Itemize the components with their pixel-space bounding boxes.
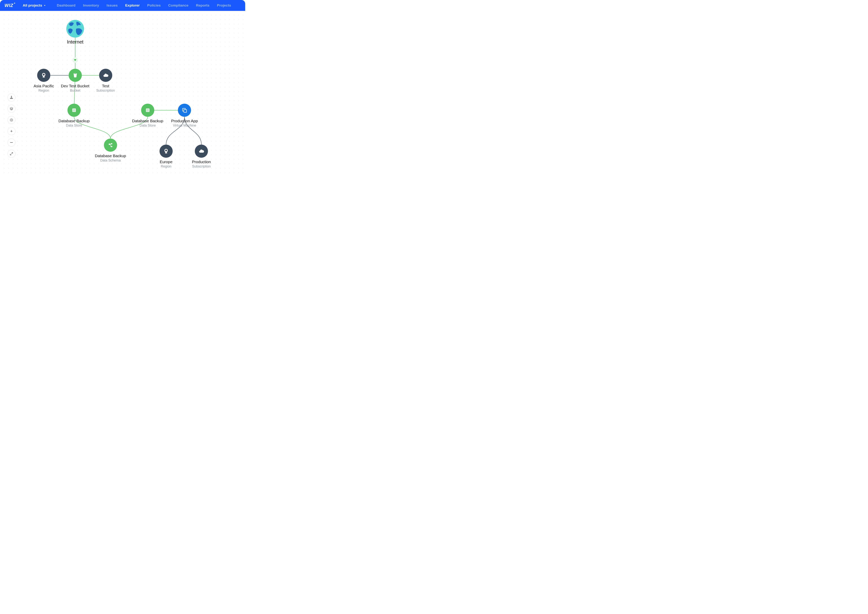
svg-rect-30 <box>75 111 75 112</box>
nav-explorer[interactable]: Explorer <box>125 3 140 8</box>
node-db-backup-1[interactable]: Database Backup Data Store <box>58 104 90 127</box>
target-icon <box>9 118 13 122</box>
svg-rect-28 <box>73 111 73 112</box>
svg-point-20 <box>74 73 76 74</box>
node-title: Asia Pacific <box>34 84 54 88</box>
node-subtitle: Subscription <box>192 164 211 168</box>
canvas-toolbar: + <box>8 93 16 158</box>
nav-projects[interactable]: Projects <box>217 3 231 8</box>
diamond-icon <box>74 59 77 62</box>
svg-rect-35 <box>146 110 147 111</box>
svg-rect-29 <box>74 111 75 112</box>
top-nav: WIZ All projects Dashboard Inventory Iss… <box>0 0 245 11</box>
nav-inventory[interactable]: Inventory <box>83 3 99 8</box>
node-title: Database Backup <box>132 119 163 123</box>
svg-rect-34 <box>148 109 149 110</box>
node-subtitle: Data Store <box>140 124 156 127</box>
node-subtitle: Subscription <box>96 88 115 93</box>
svg-rect-18 <box>43 77 45 78</box>
project-selector[interactable]: All projects <box>23 3 45 8</box>
svg-rect-38 <box>146 111 147 112</box>
node-subtitle: Data Store <box>66 124 82 127</box>
fullscreen-btn[interactable] <box>8 150 16 158</box>
brand-logo: WIZ <box>5 3 15 8</box>
layers-icon <box>9 107 13 111</box>
node-db-schema[interactable]: Database Backup Data Schema <box>95 139 126 163</box>
svg-rect-43 <box>109 144 110 145</box>
vm-icon <box>178 104 191 117</box>
node-title: Dev Test Bucket <box>61 84 89 88</box>
node-internet[interactable]: Internet <box>66 20 84 45</box>
graph-mode-btn[interactable] <box>8 93 16 101</box>
node-production-subscription[interactable]: Production Subscription <box>192 144 211 168</box>
node-asia-pacific[interactable]: Asia Pacific Region <box>34 69 54 93</box>
svg-rect-27 <box>75 110 75 111</box>
nav-compliance[interactable]: Compliance <box>168 3 188 8</box>
project-selector-label: All projects <box>23 3 42 8</box>
datastore-icon <box>141 104 154 117</box>
node-dev-test-bucket[interactable]: Dev Test Bucket Bucket <box>61 69 89 93</box>
nav-reports[interactable]: Reports <box>196 3 210 8</box>
svg-marker-8 <box>10 107 13 109</box>
nav-policies[interactable]: Policies <box>147 3 161 8</box>
svg-point-46 <box>166 150 167 151</box>
svg-rect-37 <box>148 110 149 111</box>
datastore-icon <box>67 104 81 117</box>
graph: Internet Asia Pacific Region <box>0 11 245 174</box>
node-title: Test <box>102 84 109 88</box>
svg-point-5 <box>10 98 11 99</box>
graph-canvas[interactable]: + In <box>0 11 245 174</box>
node-title: Production App <box>171 119 198 123</box>
svg-rect-22 <box>73 109 73 110</box>
globe-icon <box>66 20 84 37</box>
svg-rect-42 <box>184 110 186 112</box>
svg-rect-24 <box>75 109 75 110</box>
bucket-icon <box>68 69 82 82</box>
node-subtitle: Data Schema <box>100 158 121 163</box>
svg-rect-45 <box>111 146 112 147</box>
node-title: Database Backup <box>95 154 126 158</box>
svg-point-0 <box>11 96 12 97</box>
svg-rect-36 <box>148 110 148 111</box>
node-test-subscription[interactable]: Test Subscription <box>96 69 115 93</box>
schema-icon <box>104 139 117 152</box>
node-title: Internet <box>67 39 84 45</box>
cloud-icon <box>99 69 112 82</box>
svg-point-6 <box>11 98 12 99</box>
region-icon <box>160 144 173 158</box>
nav-dashboard[interactable]: Dashboard <box>57 3 75 8</box>
svg-rect-40 <box>148 111 149 112</box>
node-title: Production <box>192 160 211 164</box>
node-title: Europe <box>160 160 172 164</box>
svg-rect-25 <box>73 110 73 111</box>
chevron-down-icon <box>44 5 45 6</box>
finding-badge[interactable] <box>72 57 78 63</box>
node-db-backup-2[interactable]: Database Backup Data Store <box>132 104 163 127</box>
zoom-out-btn[interactable] <box>8 139 16 146</box>
graph-icon <box>9 96 13 99</box>
node-subtitle: Region <box>38 88 49 93</box>
expand-icon <box>9 152 13 156</box>
svg-rect-47 <box>165 153 168 154</box>
nav-issues[interactable]: Issues <box>107 3 118 8</box>
layers-btn[interactable] <box>8 105 16 113</box>
focus-btn[interactable] <box>8 116 16 124</box>
zoom-in-btn[interactable]: + <box>8 127 16 135</box>
svg-rect-26 <box>74 110 75 111</box>
svg-rect-33 <box>148 109 148 110</box>
nav-links: Dashboard Inventory Issues Explorer Poli… <box>57 3 231 8</box>
svg-rect-44 <box>111 143 112 144</box>
svg-point-10 <box>11 119 12 120</box>
svg-rect-23 <box>74 109 75 110</box>
svg-point-17 <box>43 74 44 75</box>
node-subtitle: Virtual Machine <box>173 124 196 127</box>
svg-rect-32 <box>146 109 147 110</box>
svg-point-7 <box>12 98 12 99</box>
node-subtitle: Region <box>161 164 171 168</box>
node-title: Database Backup <box>58 119 90 123</box>
node-europe[interactable]: Europe Region <box>160 144 173 168</box>
node-subtitle: Bucket <box>70 88 80 93</box>
svg-point-16 <box>66 20 84 37</box>
region-icon <box>37 69 50 82</box>
node-production-app[interactable]: Production App Virtual Machine <box>171 104 198 127</box>
